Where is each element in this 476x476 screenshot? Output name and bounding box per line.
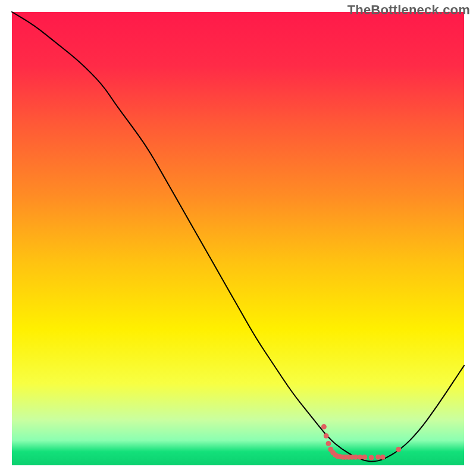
plot-background	[12, 12, 464, 465]
bottleneck-chart: TheBottleneck.com	[0, 0, 476, 476]
watermark-text: TheBottleneck.com	[347, 2, 470, 18]
marker-point	[369, 455, 374, 460]
marker-point	[324, 433, 328, 438]
chart-svg	[0, 0, 476, 476]
marker-point	[353, 455, 358, 459]
marker-point	[380, 455, 385, 459]
marker-point	[362, 455, 367, 459]
marker-point	[358, 455, 362, 459]
marker-point	[321, 424, 326, 429]
marker-point	[376, 455, 381, 459]
marker-point	[326, 441, 331, 446]
marker-point	[396, 447, 401, 452]
